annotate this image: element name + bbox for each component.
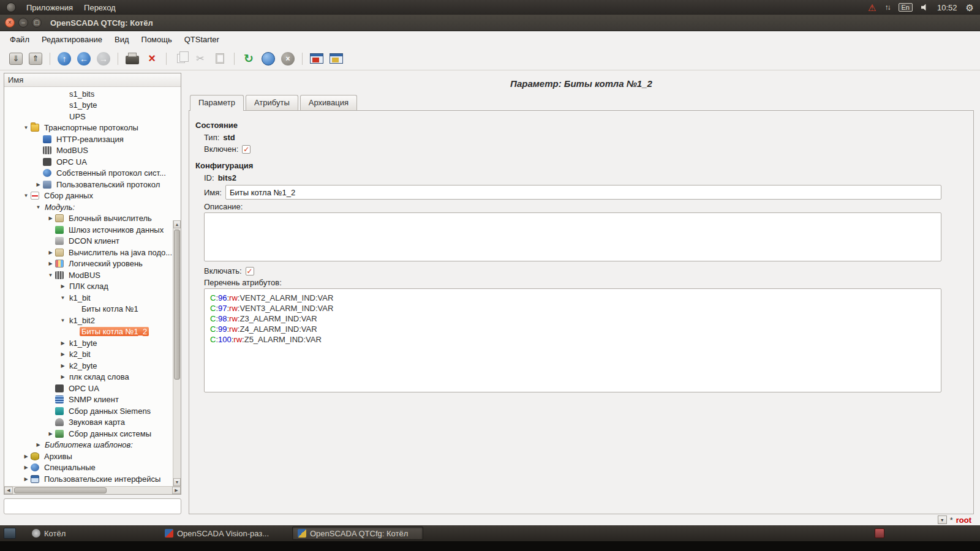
- tab-attributes[interactable]: Атрибуты: [246, 95, 298, 110]
- collapse-arrow-icon[interactable]: ▼: [58, 295, 67, 301]
- tree-column-header[interactable]: Имя: [4, 73, 181, 87]
- window-minimize-button[interactable]: –: [18, 18, 28, 28]
- tree-item[interactable]: Биты котла №1_2: [4, 326, 181, 338]
- start-updating-button[interactable]: [259, 50, 277, 68]
- delete-item-button[interactable]: ×: [143, 50, 161, 68]
- vertical-scroll-track[interactable]: [173, 228, 181, 478]
- tree-item[interactable]: ▼Транспортные протоколы: [4, 122, 181, 134]
- network-indicator-icon[interactable]: ↑↓: [885, 3, 890, 12]
- expand-arrow-icon[interactable]: ▶: [58, 374, 67, 380]
- tree-item[interactable]: Звуковая карта: [4, 417, 181, 429]
- copy-item-button[interactable]: [172, 50, 190, 68]
- scroll-down-icon[interactable]: ▼: [173, 478, 181, 486]
- tree-item[interactable]: ▶Пользовательские интерфейсы: [4, 473, 181, 485]
- clock[interactable]: 10:52: [937, 3, 957, 12]
- expand-arrow-icon[interactable]: ▶: [46, 261, 55, 266]
- stop-updating-button[interactable]: ×: [279, 50, 297, 68]
- back-button[interactable]: ←: [75, 50, 93, 68]
- window-close-button[interactable]: ×: [5, 18, 15, 28]
- expand-arrow-icon[interactable]: ▶: [46, 250, 55, 255]
- tree-item[interactable]: ▶Архивы: [4, 451, 181, 462]
- tab-parameter[interactable]: Параметр: [190, 95, 244, 111]
- vision-starter-button[interactable]: [307, 50, 326, 68]
- load-from-db-button[interactable]: ⇓: [7, 50, 25, 68]
- tree-item[interactable]: ▶Библиотека шаблонов:: [4, 440, 181, 451]
- tree-item[interactable]: ▶плк склад слова: [4, 372, 181, 383]
- tree-horizontal-scrollbar[interactable]: ◀ ▶: [4, 486, 181, 494]
- taskbar-window-button[interactable]: Котёл: [26, 527, 157, 540]
- expand-arrow-icon[interactable]: ▶: [34, 182, 43, 187]
- tree-item[interactable]: ▼k1_bit: [4, 292, 181, 304]
- tree-item[interactable]: ModBUS: [4, 145, 181, 157]
- expand-arrow-icon[interactable]: ▶: [58, 283, 67, 289]
- cut-item-button[interactable]: ✂: [191, 50, 209, 68]
- tree-item[interactable]: ▼k1_bit2: [4, 315, 181, 326]
- add-item-button[interactable]: [123, 50, 141, 68]
- tree-item[interactable]: ▼ModBUS: [4, 269, 181, 281]
- top-panel-menu-item[interactable]: Приложения: [21, 1, 78, 14]
- tree-item[interactable]: SNMP клиент: [4, 394, 181, 406]
- expand-arrow-icon[interactable]: ▶: [58, 363, 67, 369]
- collapse-arrow-icon[interactable]: ▼: [58, 318, 67, 323]
- menubar-item[interactable]: Помощь: [135, 32, 178, 47]
- name-input[interactable]: [225, 185, 941, 200]
- tree-item[interactable]: OPC UA: [4, 383, 181, 394]
- keyboard-layout-indicator[interactable]: En: [899, 3, 913, 12]
- expand-arrow-icon[interactable]: ▶: [46, 431, 55, 437]
- taskbar-window-button[interactable]: OpenSCADA QTCfg: Котёл: [292, 527, 423, 540]
- menubar-item[interactable]: Файл: [4, 32, 36, 47]
- expand-arrow-icon[interactable]: ▶: [58, 340, 67, 346]
- tray-app-icon[interactable]: [875, 528, 884, 538]
- expand-arrow-icon[interactable]: ▶: [34, 442, 43, 448]
- tree-item[interactable]: OPC UA: [4, 156, 181, 168]
- collapse-arrow-icon[interactable]: ▼: [34, 204, 43, 210]
- tree-item[interactable]: ▶k2_byte: [4, 360, 181, 372]
- tree-item[interactable]: UPS: [4, 111, 181, 122]
- qtcfg-starter-button[interactable]: [327, 50, 345, 68]
- menubar-item[interactable]: Вид: [108, 32, 135, 47]
- tree-item[interactable]: ▶Блочный вычислитель: [4, 213, 181, 225]
- tree-item[interactable]: ▶k2_bit: [4, 349, 181, 361]
- distro-logo-icon[interactable]: [6, 2, 16, 12]
- tree-filter-input[interactable]: [4, 498, 181, 514]
- scroll-left-icon[interactable]: ◀: [4, 487, 13, 494]
- expand-arrow-icon[interactable]: ▶: [58, 351, 67, 357]
- menubar-item[interactable]: Редактирование: [36, 32, 108, 47]
- expand-arrow-icon[interactable]: ▶: [21, 476, 31, 482]
- tree-item[interactable]: Собственный протокол сист...: [4, 168, 181, 179]
- tree-item[interactable]: ▶Пользовательский протокол: [4, 179, 181, 190]
- expand-arrow-icon[interactable]: ▶: [21, 454, 31, 459]
- paste-item-button[interactable]: [211, 50, 229, 68]
- status-combo-button[interactable]: ▾: [938, 515, 947, 524]
- taskbar-window-button[interactable]: OpenSCADA Vision-раз...: [159, 527, 290, 540]
- tree-item[interactable]: s1_bits: [4, 88, 181, 100]
- tab-archiving[interactable]: Архивация: [300, 95, 357, 110]
- tree-item[interactable]: ▶k1_byte: [4, 337, 181, 349]
- forward-button[interactable]: →: [94, 50, 113, 68]
- description-textarea[interactable]: [204, 212, 941, 261]
- attributes-list-textarea[interactable]: C:96:rw:VENT2_ALARM_IND:VARC:97:rw:VENT3…: [204, 288, 941, 392]
- menubar-item[interactable]: QTStarter: [178, 32, 225, 47]
- warning-indicator-icon[interactable]: ⚠: [868, 3, 876, 12]
- tree-item[interactable]: Биты котла №1: [4, 304, 181, 315]
- scroll-up-icon[interactable]: ▲: [173, 220, 181, 228]
- volume-icon[interactable]: [921, 4, 929, 11]
- horizontal-scroll-track[interactable]: [13, 487, 172, 494]
- session-menu-icon[interactable]: ⚙: [966, 3, 974, 12]
- expand-arrow-icon[interactable]: ▶: [46, 216, 55, 221]
- collapse-arrow-icon[interactable]: ▼: [46, 272, 55, 278]
- tree-item[interactable]: Шлюз источников данных: [4, 224, 181, 236]
- show-desktop-icon[interactable]: [4, 528, 16, 539]
- horizontal-scroll-thumb[interactable]: [14, 487, 107, 493]
- up-level-button[interactable]: ↑: [55, 50, 74, 68]
- tree-item[interactable]: DCON клиент: [4, 236, 181, 247]
- collapse-arrow-icon[interactable]: ▼: [21, 125, 31, 130]
- top-panel-menu-item[interactable]: Переход: [78, 1, 121, 14]
- tree-item[interactable]: ▶Специальные: [4, 462, 181, 474]
- tree-item[interactable]: HTTP-реализация: [4, 133, 181, 145]
- tree-item[interactable]: Сбор данных Siemens: [4, 405, 181, 417]
- save-to-db-button[interactable]: ⇑: [26, 50, 45, 68]
- tree-item[interactable]: ▼Сбор данных: [4, 190, 181, 202]
- to-enable-checkbox[interactable]: ✓: [246, 267, 254, 276]
- tree-item[interactable]: ▶ПЛК склад: [4, 281, 181, 293]
